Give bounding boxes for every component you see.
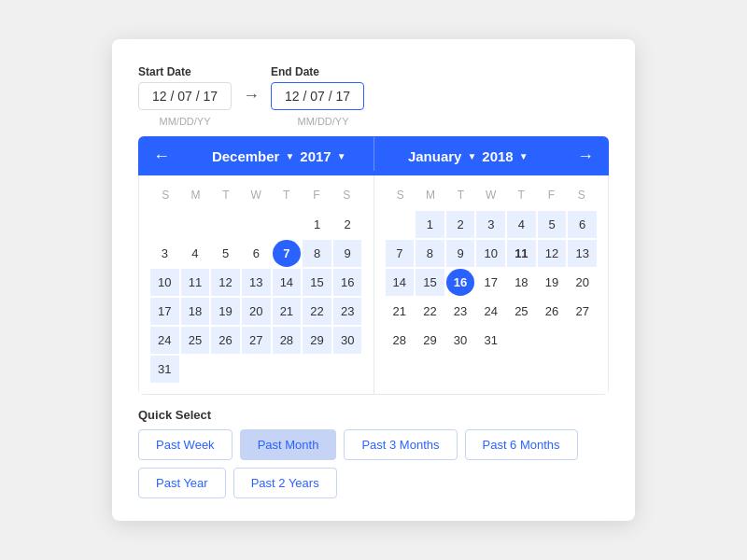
day-cell[interactable]: 13: [242, 269, 271, 296]
day-cell[interactable]: 18: [507, 269, 536, 296]
day-cell[interactable]: 16: [446, 269, 475, 296]
day-cell: [150, 211, 179, 238]
day-cell[interactable]: 23: [333, 298, 362, 325]
day-cell[interactable]: 25: [507, 298, 536, 325]
start-date-input[interactable]: [138, 82, 232, 110]
past-3-months-button[interactable]: Past 3 Months: [344, 429, 457, 460]
quick-select-label: Quick Select: [138, 408, 609, 422]
day-cell[interactable]: 11: [181, 269, 210, 296]
day-cell[interactable]: 2: [446, 211, 475, 238]
calendar-header: ← December ▼ 2017 ▼ January ▼ 2018 ▼ →: [138, 136, 609, 175]
cal-months: December ▼ 2017 ▼ January ▼ 2018 ▼: [185, 137, 562, 175]
day-cell[interactable]: 23: [446, 298, 475, 325]
right-year-dropdown-icon[interactable]: ▼: [519, 151, 529, 161]
day-cell[interactable]: 10: [476, 240, 505, 267]
right-month-dropdown-icon[interactable]: ▼: [467, 151, 476, 161]
day-cell[interactable]: 5: [538, 211, 567, 238]
right-day-headers: S M T W T F S: [386, 183, 598, 207]
right-days-grid: 1234567891011121314151617181920212223242…: [386, 211, 598, 354]
day-cell[interactable]: 1: [303, 211, 331, 238]
day-cell[interactable]: 10: [150, 269, 179, 296]
day-cell: [211, 356, 240, 383]
day-cell: [273, 211, 302, 238]
day-cell[interactable]: 1: [416, 211, 444, 238]
day-cell[interactable]: 15: [416, 269, 444, 296]
day-cell[interactable]: 4: [507, 211, 536, 238]
day-cell[interactable]: 29: [416, 327, 444, 354]
day-cell[interactable]: 16: [333, 269, 362, 296]
day-cell[interactable]: 26: [538, 298, 567, 325]
day-cell[interactable]: 3: [150, 240, 179, 267]
day-cell[interactable]: 28: [386, 327, 415, 354]
start-date-label: Start Date: [138, 65, 232, 78]
day-cell[interactable]: 6: [568, 211, 597, 238]
day-cell[interactable]: 13: [568, 240, 597, 267]
day-cell[interactable]: 2: [333, 211, 362, 238]
day-cell[interactable]: 17: [476, 269, 505, 296]
left-year-dropdown-icon[interactable]: ▼: [337, 151, 346, 161]
prev-month-button[interactable]: ←: [138, 136, 185, 175]
day-cell[interactable]: 24: [150, 327, 179, 354]
day-cell[interactable]: 12: [538, 240, 567, 267]
quick-row-2: Past Year Past 2 Years: [138, 468, 337, 498]
day-cell[interactable]: 18: [181, 298, 210, 325]
day-cell[interactable]: 29: [303, 327, 331, 354]
day-cell[interactable]: 7: [273, 240, 302, 267]
day-cell[interactable]: 19: [211, 298, 240, 325]
next-month-button[interactable]: →: [562, 136, 609, 175]
day-cell[interactable]: 27: [242, 327, 271, 354]
day-cell[interactable]: 17: [150, 298, 179, 325]
day-cell[interactable]: 4: [181, 240, 210, 267]
calendars-wrapper: ← December ▼ 2017 ▼ January ▼ 2018 ▼ →: [138, 136, 609, 395]
day-cell[interactable]: 25: [181, 327, 210, 354]
date-inputs-row: Start Date → End Date: [138, 65, 609, 110]
left-year-label: 2017: [300, 148, 331, 164]
day-cell[interactable]: 9: [333, 240, 362, 267]
left-month-label: December: [212, 148, 280, 164]
day-cell[interactable]: 27: [568, 298, 597, 325]
day-cell[interactable]: 21: [386, 298, 415, 325]
day-cell[interactable]: 8: [303, 240, 331, 267]
day-cell[interactable]: 24: [476, 298, 505, 325]
day-cell[interactable]: 31: [150, 356, 179, 383]
day-cell[interactable]: 11: [507, 240, 536, 267]
day-cell[interactable]: 28: [273, 327, 302, 354]
left-header-s1: S: [150, 183, 180, 207]
day-cell[interactable]: 14: [386, 269, 415, 296]
day-cell[interactable]: 3: [476, 211, 505, 238]
day-cell[interactable]: 12: [211, 269, 240, 296]
day-cell[interactable]: 9: [446, 240, 475, 267]
left-month-dropdown-icon[interactable]: ▼: [285, 151, 294, 161]
day-cell[interactable]: 5: [211, 240, 240, 267]
day-cell[interactable]: 30: [333, 327, 362, 354]
day-cell[interactable]: 22: [416, 298, 444, 325]
day-cell[interactable]: 22: [303, 298, 331, 325]
day-cell[interactable]: 20: [568, 269, 597, 296]
day-cell[interactable]: 26: [211, 327, 240, 354]
day-cell[interactable]: 7: [386, 240, 415, 267]
past-6-months-button[interactable]: Past 6 Months: [465, 429, 578, 460]
day-cell[interactable]: 30: [446, 327, 475, 354]
day-cell: [303, 356, 331, 383]
day-cell[interactable]: 14: [273, 269, 302, 296]
day-cell[interactable]: 21: [273, 298, 302, 325]
past-week-button[interactable]: Past Week: [138, 429, 233, 460]
past-2-years-button[interactable]: Past 2 Years: [233, 468, 337, 498]
past-year-button[interactable]: Past Year: [138, 468, 226, 498]
right-header-w: W: [476, 183, 506, 207]
end-date-input[interactable]: [271, 82, 364, 110]
left-header-m: M: [180, 183, 210, 207]
day-cell[interactable]: 8: [416, 240, 444, 267]
day-cell: [507, 327, 536, 354]
day-cell[interactable]: 31: [476, 327, 505, 354]
day-cell[interactable]: 15: [303, 269, 331, 296]
right-header-t2: T: [506, 183, 536, 207]
day-cell[interactable]: 6: [242, 240, 271, 267]
date-picker-card: Start Date → End Date MM/DD/YY MM/DD/YY …: [112, 39, 635, 521]
day-cell[interactable]: 20: [242, 298, 271, 325]
right-month-section: January ▼ 2018 ▼: [374, 137, 563, 175]
right-header-t1: T: [445, 183, 475, 207]
past-month-button[interactable]: Past Month: [240, 429, 337, 460]
day-cell[interactable]: 19: [538, 269, 567, 296]
end-date-group: End Date: [271, 65, 364, 110]
